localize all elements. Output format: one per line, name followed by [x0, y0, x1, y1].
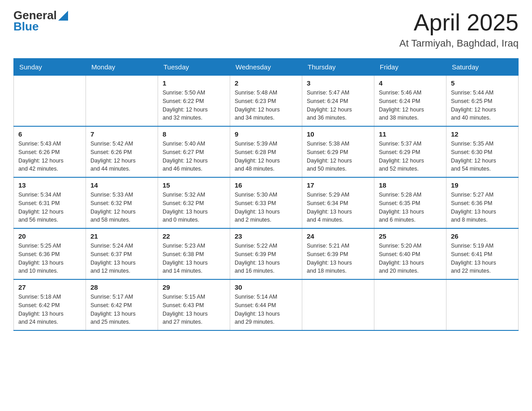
calendar-cell: 22Sunrise: 5:23 AM Sunset: 6:38 PM Dayli…: [158, 228, 230, 279]
day-number: 12: [451, 130, 514, 138]
day-info: Sunrise: 5:23 AM Sunset: 6:38 PM Dayligh…: [163, 242, 225, 275]
calendar-header-tuesday: Tuesday: [158, 59, 230, 76]
calendar-cell: 3Sunrise: 5:47 AM Sunset: 6:24 PM Daylig…: [302, 76, 374, 127]
day-info: Sunrise: 5:35 AM Sunset: 6:30 PM Dayligh…: [451, 140, 514, 173]
page-title: April 2025: [399, 9, 519, 36]
day-number: 10: [307, 130, 369, 138]
calendar-cell: 7Sunrise: 5:42 AM Sunset: 6:26 PM Daylig…: [86, 126, 158, 177]
day-number: 2: [235, 79, 297, 87]
calendar-week-row: 27Sunrise: 5:18 AM Sunset: 6:42 PM Dayli…: [14, 279, 519, 330]
calendar-week-row: 20Sunrise: 5:25 AM Sunset: 6:36 PM Dayli…: [14, 228, 519, 279]
calendar-cell: 14Sunrise: 5:33 AM Sunset: 6:32 PM Dayli…: [86, 177, 158, 228]
calendar-cell: 28Sunrise: 5:17 AM Sunset: 6:42 PM Dayli…: [86, 279, 158, 330]
calendar-cell: 13Sunrise: 5:34 AM Sunset: 6:31 PM Dayli…: [14, 177, 86, 228]
calendar-cell: 1Sunrise: 5:50 AM Sunset: 6:22 PM Daylig…: [158, 76, 230, 127]
day-info: Sunrise: 5:21 AM Sunset: 6:39 PM Dayligh…: [307, 242, 369, 275]
calendar-cell: 15Sunrise: 5:32 AM Sunset: 6:32 PM Dayli…: [158, 177, 230, 228]
day-number: 8: [163, 130, 225, 138]
calendar-cell: 4Sunrise: 5:46 AM Sunset: 6:24 PM Daylig…: [374, 76, 446, 127]
calendar-cell: 17Sunrise: 5:29 AM Sunset: 6:34 PM Dayli…: [302, 177, 374, 228]
day-info: Sunrise: 5:15 AM Sunset: 6:43 PM Dayligh…: [163, 293, 225, 326]
calendar-cell: [446, 279, 519, 330]
day-number: 16: [235, 181, 297, 189]
page-subtitle: At Tarmiyah, Baghdad, Iraq: [399, 38, 519, 49]
day-info: Sunrise: 5:14 AM Sunset: 6:44 PM Dayligh…: [235, 293, 297, 326]
calendar-cell: 9Sunrise: 5:39 AM Sunset: 6:28 PM Daylig…: [230, 126, 302, 177]
calendar-header-monday: Monday: [86, 59, 158, 76]
day-number: 7: [90, 130, 153, 138]
day-number: 13: [18, 181, 81, 189]
day-number: 19: [451, 181, 514, 189]
day-number: 15: [163, 181, 225, 189]
calendar-header-thursday: Thursday: [302, 59, 374, 76]
day-info: Sunrise: 5:24 AM Sunset: 6:37 PM Dayligh…: [90, 242, 153, 275]
day-number: 27: [18, 283, 81, 291]
calendar-cell: 11Sunrise: 5:37 AM Sunset: 6:29 PM Dayli…: [374, 126, 446, 177]
calendar-cell: [86, 76, 158, 127]
day-info: Sunrise: 5:38 AM Sunset: 6:29 PM Dayligh…: [307, 140, 369, 173]
day-info: Sunrise: 5:17 AM Sunset: 6:42 PM Dayligh…: [90, 293, 153, 326]
calendar-cell: [374, 279, 446, 330]
day-number: 20: [18, 232, 81, 240]
day-info: Sunrise: 5:48 AM Sunset: 6:23 PM Dayligh…: [235, 89, 297, 122]
day-number: 11: [379, 130, 442, 138]
day-info: Sunrise: 5:32 AM Sunset: 6:32 PM Dayligh…: [163, 191, 225, 224]
day-info: Sunrise: 5:29 AM Sunset: 6:34 PM Dayligh…: [307, 191, 369, 224]
day-info: Sunrise: 5:44 AM Sunset: 6:25 PM Dayligh…: [451, 89, 514, 122]
calendar-week-row: 1Sunrise: 5:50 AM Sunset: 6:22 PM Daylig…: [14, 76, 519, 127]
day-info: Sunrise: 5:20 AM Sunset: 6:40 PM Dayligh…: [379, 242, 442, 275]
day-info: Sunrise: 5:27 AM Sunset: 6:36 PM Dayligh…: [451, 191, 514, 224]
calendar-week-row: 6Sunrise: 5:43 AM Sunset: 6:26 PM Daylig…: [14, 126, 519, 177]
svg-marker-0: [58, 11, 68, 21]
calendar-header-row: SundayMondayTuesdayWednesdayThursdayFrid…: [14, 59, 519, 76]
day-info: Sunrise: 5:25 AM Sunset: 6:36 PM Dayligh…: [18, 242, 81, 275]
calendar-cell: 8Sunrise: 5:40 AM Sunset: 6:27 PM Daylig…: [158, 126, 230, 177]
calendar-cell: 29Sunrise: 5:15 AM Sunset: 6:43 PM Dayli…: [158, 279, 230, 330]
day-info: Sunrise: 5:33 AM Sunset: 6:32 PM Dayligh…: [90, 191, 153, 224]
calendar-header-saturday: Saturday: [446, 59, 519, 76]
calendar-header-sunday: Sunday: [14, 59, 86, 76]
title-block: April 2025 At Tarmiyah, Baghdad, Iraq: [399, 9, 519, 49]
day-number: 25: [379, 232, 442, 240]
calendar-header-friday: Friday: [374, 59, 446, 76]
day-info: Sunrise: 5:18 AM Sunset: 6:42 PM Dayligh…: [18, 293, 81, 326]
calendar-table: SundayMondayTuesdayWednesdayThursdayFrid…: [13, 58, 519, 331]
calendar-cell: 19Sunrise: 5:27 AM Sunset: 6:36 PM Dayli…: [446, 177, 519, 228]
calendar-header-wednesday: Wednesday: [230, 59, 302, 76]
calendar-cell: 27Sunrise: 5:18 AM Sunset: 6:42 PM Dayli…: [14, 279, 86, 330]
calendar-cell: 21Sunrise: 5:24 AM Sunset: 6:37 PM Dayli…: [86, 228, 158, 279]
calendar-cell: 23Sunrise: 5:22 AM Sunset: 6:39 PM Dayli…: [230, 228, 302, 279]
calendar-cell: 6Sunrise: 5:43 AM Sunset: 6:26 PM Daylig…: [14, 126, 86, 177]
day-number: 6: [18, 130, 81, 138]
page-header: General Blue April 2025 At Tarmiyah, Bag…: [13, 9, 519, 49]
calendar-cell: 12Sunrise: 5:35 AM Sunset: 6:30 PM Dayli…: [446, 126, 519, 177]
day-number: 14: [90, 181, 153, 189]
day-info: Sunrise: 5:30 AM Sunset: 6:33 PM Dayligh…: [235, 191, 297, 224]
day-number: 22: [163, 232, 225, 240]
day-number: 21: [90, 232, 153, 240]
day-info: Sunrise: 5:50 AM Sunset: 6:22 PM Dayligh…: [163, 89, 225, 122]
day-info: Sunrise: 5:40 AM Sunset: 6:27 PM Dayligh…: [163, 140, 225, 173]
day-info: Sunrise: 5:37 AM Sunset: 6:29 PM Dayligh…: [379, 140, 442, 173]
calendar-cell: 5Sunrise: 5:44 AM Sunset: 6:25 PM Daylig…: [446, 76, 519, 127]
calendar-cell: [14, 76, 86, 127]
day-info: Sunrise: 5:19 AM Sunset: 6:41 PM Dayligh…: [451, 242, 514, 275]
calendar-week-row: 13Sunrise: 5:34 AM Sunset: 6:31 PM Dayli…: [14, 177, 519, 228]
day-number: 30: [235, 283, 297, 291]
day-info: Sunrise: 5:42 AM Sunset: 6:26 PM Dayligh…: [90, 140, 153, 173]
day-number: 3: [307, 79, 369, 87]
calendar-cell: 30Sunrise: 5:14 AM Sunset: 6:44 PM Dayli…: [230, 279, 302, 330]
calendar-cell: 2Sunrise: 5:48 AM Sunset: 6:23 PM Daylig…: [230, 76, 302, 127]
day-info: Sunrise: 5:46 AM Sunset: 6:24 PM Dayligh…: [379, 89, 442, 122]
day-info: Sunrise: 5:43 AM Sunset: 6:26 PM Dayligh…: [18, 140, 81, 173]
day-number: 5: [451, 79, 514, 87]
day-number: 18: [379, 181, 442, 189]
day-info: Sunrise: 5:28 AM Sunset: 6:35 PM Dayligh…: [379, 191, 442, 224]
day-number: 4: [379, 79, 442, 87]
day-number: 26: [451, 232, 514, 240]
calendar-cell: 26Sunrise: 5:19 AM Sunset: 6:41 PM Dayli…: [446, 228, 519, 279]
day-number: 28: [90, 283, 153, 291]
calendar-cell: 16Sunrise: 5:30 AM Sunset: 6:33 PM Dayli…: [230, 177, 302, 228]
day-number: 29: [163, 283, 225, 291]
calendar-cell: 20Sunrise: 5:25 AM Sunset: 6:36 PM Dayli…: [14, 228, 86, 279]
